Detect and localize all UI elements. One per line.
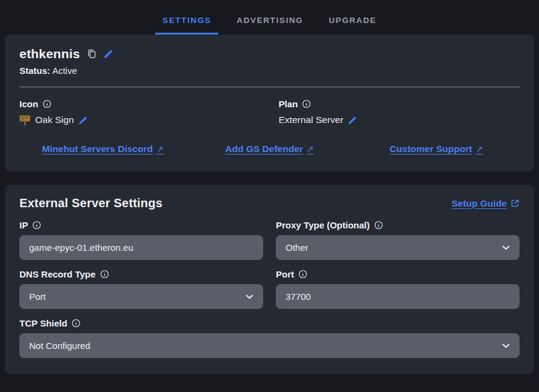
icon-field-label: Icon — [19, 99, 38, 109]
server-info-card: ethkennis Status: Active Icon — [5, 35, 534, 171]
dns-record-type-label: DNS Record Type — [19, 269, 96, 279]
minehut-discord-link[interactable]: Minehut Servers Discord ↗ — [42, 144, 163, 154]
dns-record-type-field: DNS Record Type Port — [19, 269, 263, 309]
setup-guide-link[interactable]: Setup Guide — [452, 198, 520, 209]
chevron-down-icon — [246, 294, 253, 299]
external-server-settings-card: External Server Settings Setup Guide IP — [5, 185, 534, 374]
edit-plan-pencil-icon[interactable] — [348, 116, 357, 125]
link-label: Setup Guide — [452, 198, 507, 209]
tcp-shield-select[interactable]: Not Configured — [19, 333, 520, 358]
ne-arrow-icon: ↗ — [476, 144, 483, 154]
tcp-shield-selected-value: Not Configured — [29, 341, 90, 351]
server-status: Status: Active — [19, 65, 520, 76]
settings-card-title: External Server Settings — [19, 196, 162, 210]
server-name: ethkennis — [19, 47, 80, 61]
dns-record-type-select[interactable]: Port — [19, 284, 263, 309]
icon-field-value: Oak Sign — [35, 115, 74, 125]
link-label: Minehut Servers Discord — [42, 144, 153, 154]
proxy-type-select[interactable]: Other — [276, 235, 520, 260]
info-icon[interactable] — [100, 270, 109, 279]
info-icon[interactable] — [298, 270, 307, 279]
edit-icon-pencil-icon[interactable] — [79, 116, 88, 125]
port-label: Port — [276, 269, 294, 279]
info-icon[interactable] — [42, 99, 52, 108]
link-label: Add GS Defender — [225, 144, 303, 154]
info-icon[interactable] — [32, 221, 41, 230]
dns-record-type-selected-value: Port — [29, 291, 46, 302]
edit-server-name-pencil-icon[interactable] — [104, 49, 113, 59]
external-link-icon — [511, 199, 520, 208]
chevron-down-icon — [502, 245, 510, 250]
icon-field: Icon — [19, 99, 261, 125]
proxy-type-label: Proxy Type (Optional) — [276, 220, 370, 230]
info-icon[interactable] — [302, 99, 311, 108]
ne-arrow-icon: ↗ — [156, 144, 164, 154]
plan-field: Plan External Server — [279, 99, 520, 125]
plan-field-label: Plan — [279, 99, 298, 109]
tcp-shield-field: TCP Shield Not Configured — [19, 318, 520, 358]
port-input[interactable] — [276, 284, 520, 309]
tab-advertising[interactable]: ADVERTISING — [229, 10, 310, 35]
divider — [19, 87, 520, 87]
ip-field: IP — [19, 220, 263, 260]
oak-sign-icon — [19, 115, 30, 125]
status-label: Status: — [19, 65, 50, 76]
tab-upgrade[interactable]: UPGRADE — [321, 10, 384, 35]
info-icon[interactable] — [72, 319, 81, 328]
copy-icon[interactable] — [87, 48, 97, 59]
info-icon[interactable] — [374, 221, 383, 230]
proxy-type-selected-value: Other — [286, 242, 309, 253]
tcp-shield-label: TCP Shield — [19, 318, 67, 328]
proxy-type-field: Proxy Type (Optional) Other — [276, 220, 520, 260]
ne-arrow-icon: ↗ — [307, 144, 314, 154]
chevron-down-icon — [502, 344, 510, 348]
top-tab-bar: SETTINGS ADVERTISING UPGRADE — [0, 0, 539, 35]
status-value: Active — [52, 65, 77, 76]
ip-label: IP — [19, 220, 28, 230]
port-field: Port — [276, 269, 520, 309]
tab-settings[interactable]: SETTINGS — [155, 10, 218, 35]
add-gs-defender-link[interactable]: Add GS Defender ↗ — [225, 144, 313, 154]
ip-input[interactable] — [19, 235, 263, 260]
link-label: Customer Support — [390, 144, 472, 154]
plan-field-value: External Server — [279, 115, 344, 125]
customer-support-link[interactable]: Customer Support ↗ — [390, 144, 483, 154]
